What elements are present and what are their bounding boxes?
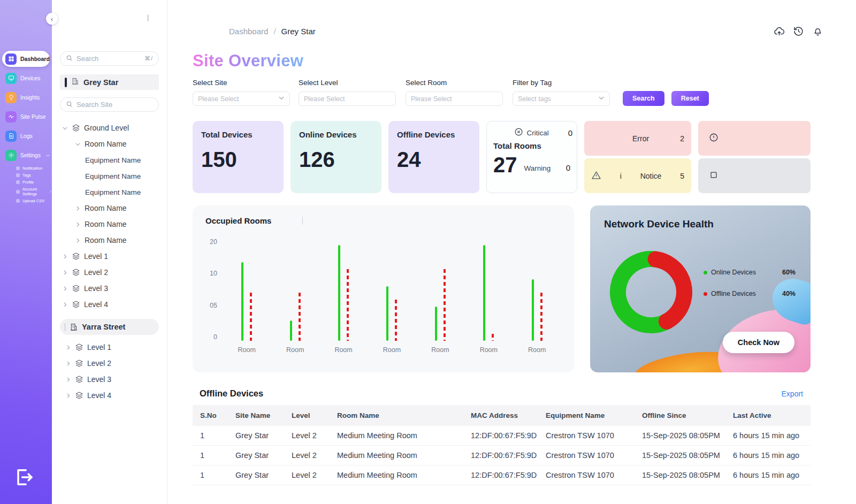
chevron-right-icon[interactable] [75,205,81,211]
tree-item[interactable]: Equipment Name [60,168,159,184]
tree-item[interactable]: Room Name [60,216,159,232]
breadcrumb-dashboard[interactable]: Dashboard [229,27,268,36]
sidebar-item-insights[interactable]: Insights [2,89,50,105]
tree-item[interactable]: Room Name [60,232,159,248]
column-header: Equipment Name [540,405,637,426]
tree-item[interactable]: Ground Level [60,120,159,136]
bar-group: Room [513,238,561,341]
sidebar-item-site-pulse[interactable]: Site Pulse [2,109,50,125]
app-window: ‹ DashboardDevicesInsightsSite PulseLogs… [0,0,856,504]
select-site-dropdown[interactable]: Please Select [193,91,290,106]
tree-item[interactable]: Room Name [60,200,159,216]
sidebar-item-settings[interactable]: Settings [2,147,50,163]
chevron-right-icon[interactable] [62,286,68,292]
settings-sub-item-account-settings[interactable]: Account Settings [16,187,52,196]
stat-label: Offline Devices [397,130,471,139]
sub-item-icon [16,190,20,194]
select-level-dropdown[interactable]: Please Select [299,91,396,106]
selected-site-item[interactable]: Grey Star [60,74,159,90]
legend-label: Offline Devices [711,290,756,297]
critical-icon [514,127,523,138]
tree-item[interactable]: Level 4 [60,296,159,312]
tree-item[interactable]: Level 2 [60,264,159,280]
layers-icon [72,124,80,132]
history-icon[interactable] [793,26,804,37]
chevron-down-icon[interactable] [75,141,81,147]
occupied-rooms-chart: Occupied Rooms 2010050 RoomRoomRoomRoomR… [193,205,574,372]
sidebar-item-logs[interactable]: Logs [2,128,50,144]
stat-label: Online Devices [299,130,373,139]
column-header: Offline Since [637,405,728,426]
tree-item[interactable]: Equipment Name [60,184,159,200]
critical-label: Critical [526,129,548,137]
settings-sub-item-profile[interactable]: Profile [16,180,52,185]
site-search-input[interactable] [77,101,153,109]
tree-item[interactable]: Level 3 [60,371,159,387]
chevron-right-icon[interactable] [62,302,68,308]
settings-sub-item-tags[interactable]: Tags [16,173,52,178]
chevron-right-icon[interactable] [62,270,68,276]
chevron-right-icon[interactable] [65,345,71,350]
alert-icon-card [698,121,811,156]
sidebar-item-dashboard[interactable]: Dashboard [2,51,50,67]
sub-item-label: Notification [22,166,42,171]
tree-item[interactable]: Level 1 [60,339,159,355]
tree-site-item[interactable]: Yarra Street [60,319,159,335]
collapse-sidebar-button[interactable]: ‹ [46,13,58,25]
sub-item-icon [16,180,20,184]
bell-icon[interactable] [812,26,823,37]
reset-button[interactable]: Reset [671,91,709,106]
tree-item[interactable]: Level 2 [60,355,159,371]
tree-item[interactable]: Equipment Name [60,152,159,168]
chevron-right-icon[interactable] [65,377,71,383]
bar-group: Room [319,238,368,341]
tree-item-label: Room Name [85,140,127,148]
filter-label: Select Site [193,79,290,87]
chevron-down-icon [278,95,285,103]
chevron-right-icon[interactable] [75,222,81,227]
table-cell: 12:DF:00:67:F5:9D [465,426,540,446]
x-tick-label: Room [431,346,449,354]
export-link[interactable]: Export [782,390,803,398]
tree-item-label: Room Name [85,204,127,212]
breadcrumb-separator: / [273,27,276,36]
select-tags-dropdown[interactable]: Select tags [513,91,610,106]
logout-icon[interactable] [13,467,34,490]
chevron-right-icon[interactable] [75,238,81,243]
legend-percent: 60% [782,269,796,276]
site-search[interactable] [60,97,159,112]
table-cell: 1 [193,465,230,485]
check-now-button[interactable]: Check Now [723,332,794,353]
chart-header: Occupied Rooms [205,216,561,225]
search-input[interactable] [77,55,141,63]
bar-group: Room [464,238,513,341]
chevron-down-icon[interactable] [62,125,68,131]
active-indicator [65,78,67,87]
table-cell: 1 [193,426,230,446]
cloud-upload-icon[interactable] [774,26,785,37]
sidebar-item-devices[interactable]: Devices [2,70,50,86]
sub-item-label: Tags [22,173,31,178]
select-room-dropdown[interactable]: Please Select [406,91,503,106]
settings-sub-item-notification[interactable]: Notification [16,166,52,171]
column-header: Site Name [230,405,286,426]
tree-item[interactable]: Level 1 [60,248,159,264]
chevron-right-icon[interactable] [65,393,71,399]
stat-value: 24 [397,148,471,172]
x-tick-label: Room [286,346,304,354]
panel-resize-handle[interactable] [147,14,149,21]
chevron-right-icon[interactable] [65,361,71,366]
global-search[interactable]: ⌘/ [60,51,159,66]
stat-value: 126 [299,148,373,172]
tree-item[interactable]: Level 3 [60,280,159,296]
sub-item-label: Account Settings [22,187,46,196]
settings-sub-item-upload-csv[interactable]: Upload CSV [16,198,52,203]
legend-offline: Offline Devices 40% [704,290,796,297]
tree-item[interactable]: Room Name [60,136,159,152]
search-button[interactable]: Search [623,91,664,106]
insights-icon [5,92,17,103]
notice-count: 5 [680,172,684,180]
chevron-right-icon[interactable] [62,254,68,259]
logs-icon [5,131,17,142]
tree-item[interactable]: Level 4 [60,387,159,403]
